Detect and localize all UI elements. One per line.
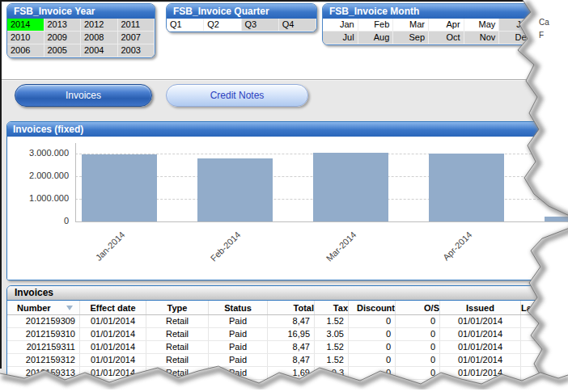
y-axis-label: 3.000.000 — [7, 148, 69, 158]
column-header-status[interactable]: Status — [209, 301, 268, 314]
bar-Mar-2014[interactable] — [313, 153, 388, 221]
cell-las — [521, 328, 562, 340]
column-header-las[interactable]: Las — [521, 301, 562, 314]
month-cell-Nov[interactable]: Nov — [464, 32, 500, 44]
invoices-button[interactable]: Invoices — [15, 84, 152, 107]
invoice-table-caption: Invoices — [7, 286, 568, 301]
table-row[interactable]: 8,47 — [7, 380, 568, 392]
cell-issued — [440, 380, 521, 392]
bar-May-2014[interactable] — [545, 217, 568, 221]
cell-tax: 1.52 — [315, 315, 349, 327]
table-row[interactable]: 201215931201/01/2014RetailPaid8,471.5200… — [7, 354, 568, 367]
x-tick-label: May-2014 — [543, 230, 568, 276]
year-cell-2010[interactable]: 2010 — [7, 32, 45, 44]
bar-Jan-2014[interactable] — [82, 154, 157, 221]
invoice-table-panel: Invoices NumberEffect dateTypeStatusTota… — [6, 285, 568, 392]
cell-number: 2012159313 — [7, 367, 80, 379]
cell-issued: 01/01/2014 — [440, 315, 521, 327]
year-cell-2003[interactable]: 2003 — [118, 44, 155, 57]
cell-number: 2012159309 — [7, 315, 80, 327]
table-row[interactable]: 201215931101/01/2014RetailPaid8,471.5200… — [7, 341, 568, 354]
quarter-cell-Q4[interactable]: Q4 — [279, 19, 316, 32]
cell-las — [521, 354, 562, 366]
cell-number: 2012159310 — [7, 328, 80, 340]
invoice-table-header: NumberEffect dateTypeStatusTotalTaxDisco… — [7, 301, 568, 315]
cell-o-s — [396, 380, 440, 392]
column-header-number[interactable]: Number — [7, 301, 80, 314]
cell-number: 2012159312 — [7, 354, 80, 366]
month-cell-May[interactable]: May — [464, 19, 500, 32]
column-header-label: Type — [167, 301, 188, 314]
listbox-quarter-caption: FSB_Invoice Quarter — [167, 4, 316, 19]
column-header-issued[interactable]: Issued — [440, 301, 521, 314]
cell-las — [521, 341, 562, 353]
month-cell-Jun[interactable]: Jun — [499, 19, 535, 32]
month-cell-Mar[interactable]: Mar — [393, 19, 429, 32]
year-cell-2011[interactable]: 2011 — [118, 19, 155, 32]
column-header-label: Status — [224, 301, 252, 314]
table-row[interactable]: 201215930901/01/2014RetailPaid8,471.5200… — [7, 315, 568, 328]
cell-issued: 01/01/2014 — [440, 328, 521, 340]
column-header-label: O/S — [424, 301, 439, 314]
year-cell-2008[interactable]: 2008 — [81, 32, 118, 44]
cell-las — [521, 380, 562, 392]
cell-discount: 0 — [349, 367, 396, 379]
x-axis-line — [75, 221, 568, 222]
cell-tax: 1.52 — [315, 354, 349, 366]
screenshot-left-border — [0, 0, 2, 369]
month-cell-Oct[interactable]: Oct — [429, 32, 464, 44]
year-cell-2014[interactable]: 2014 — [7, 19, 45, 32]
column-header-discount[interactable]: Discount — [349, 301, 396, 314]
month-cell-Sep[interactable]: Sep — [393, 32, 429, 44]
month-cell-Apr[interactable]: Apr — [429, 19, 464, 32]
credit-notes-button[interactable]: Credit Notes — [166, 84, 308, 107]
bar-Feb-2014[interactable] — [197, 158, 273, 221]
torn-text-fragment-2: F — [539, 31, 544, 40]
month-cell-Aug[interactable]: Aug — [358, 32, 394, 44]
month-cell-Jul[interactable]: Jul — [323, 32, 358, 44]
screenshot-top-border — [0, 0, 526, 2]
cell-total: 8,47 — [268, 380, 315, 392]
year-cell-2009[interactable]: 2009 — [45, 32, 82, 44]
cell-effect-date: 01/01/2014 — [80, 315, 146, 327]
y-axis-label: 1.000.000 — [7, 193, 69, 203]
cell-status: Paid — [209, 315, 268, 327]
quarter-cell-Q3[interactable]: Q3 — [242, 19, 279, 32]
month-cell-Dec[interactable]: Dec — [499, 32, 535, 44]
quarter-cell-Q1[interactable]: Q1 — [167, 19, 204, 32]
cell-number: 2012159311 — [7, 341, 80, 353]
horizontal-divider-highlight — [0, 80, 568, 81]
cell-tax: 1.52 — [315, 341, 349, 353]
year-cell-2006[interactable]: 2006 — [7, 44, 45, 57]
month-cell-Jan[interactable]: Jan — [323, 19, 358, 32]
quarter-cell-Q2[interactable]: Q2 — [204, 19, 241, 32]
cell-effect-date: 01/01/2014 — [80, 367, 146, 379]
column-header-type[interactable]: Type — [146, 301, 209, 314]
year-cell-2013[interactable]: 2013 — [45, 19, 82, 32]
column-header-total[interactable]: Total — [268, 301, 315, 314]
listbox-quarter-cells: Q1Q2Q3Q4 — [167, 19, 316, 32]
column-header-tax[interactable]: Tax — [315, 301, 349, 314]
year-cell-2005[interactable]: 2005 — [45, 44, 82, 57]
bar-Apr-2014[interactable] — [429, 154, 504, 221]
qlikview-dashboard: FSB_Invoice Year 20142013201220112010200… — [0, 0, 568, 392]
month-cell-Feb[interactable]: Feb — [358, 19, 394, 32]
year-cell-2007[interactable]: 2007 — [118, 32, 155, 44]
table-row[interactable]: 201215931001/01/2014RetailPaid16,953.050… — [7, 328, 568, 341]
column-header-label: Effect date — [90, 301, 135, 314]
cell-o-s: 0 — [396, 341, 440, 353]
y-axis-line — [75, 143, 76, 222]
table-row[interactable]: 201215931301/01/2014RetailPaid1,690.3000… — [7, 367, 568, 380]
column-header-o-s[interactable]: O/S — [396, 301, 440, 314]
cell-total: 8,47 — [268, 341, 315, 353]
listbox-invoice-year: FSB_Invoice Year 20142013201220112010200… — [6, 3, 155, 58]
cell-status — [209, 380, 268, 392]
year-cell-2004[interactable]: 2004 — [81, 44, 118, 57]
year-cell-2012[interactable]: 2012 — [81, 19, 118, 32]
x-tick-label: Mar-2014 — [312, 230, 358, 276]
cell-o-s: 0 — [396, 315, 440, 327]
cell-type: Retail — [146, 341, 209, 353]
cell-discount: 0 — [349, 328, 396, 340]
cell-type — [146, 380, 209, 392]
column-header-effect-date[interactable]: Effect date — [80, 301, 146, 314]
